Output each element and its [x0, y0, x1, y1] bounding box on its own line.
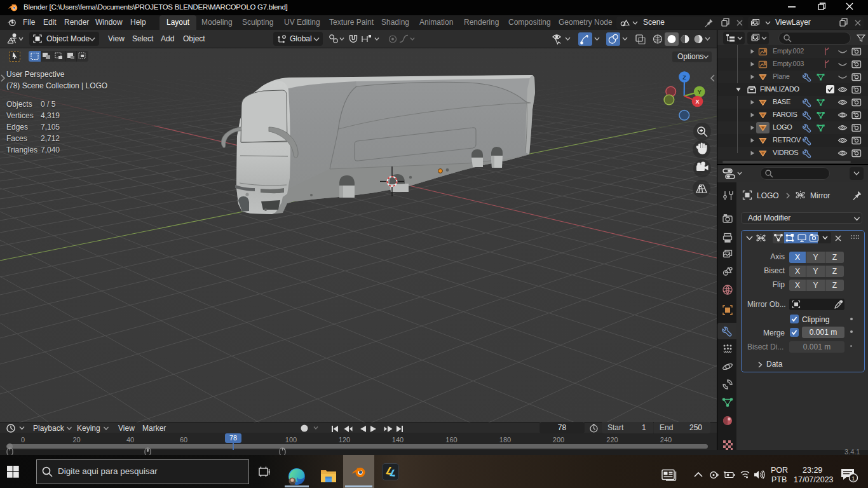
svg-text:Z: Z [682, 74, 686, 81]
svg-text:Y: Y [698, 89, 702, 95]
svg-text:X: X [695, 98, 699, 105]
svg-text:1: 1 [851, 475, 855, 482]
